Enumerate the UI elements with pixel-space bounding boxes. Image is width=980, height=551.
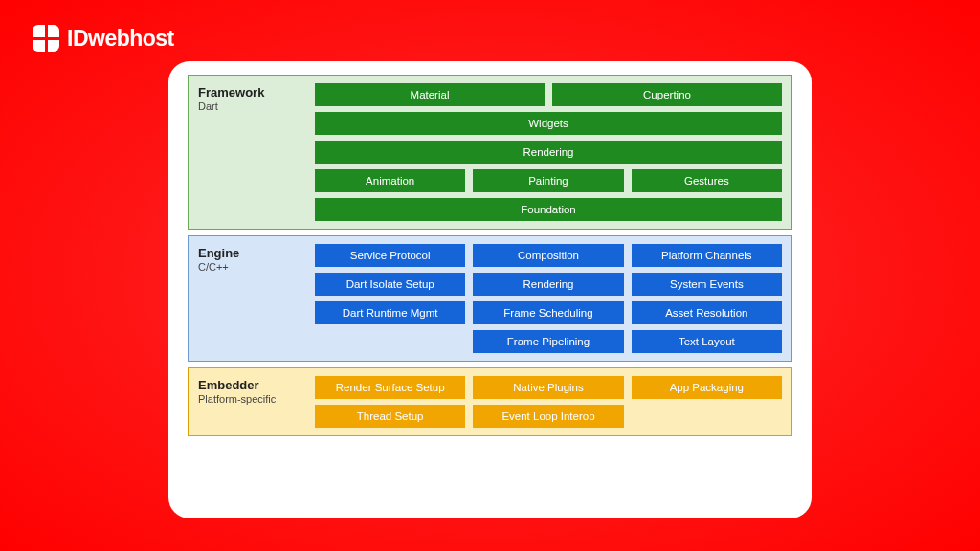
layer-framework-label: Framework Dart <box>198 83 305 221</box>
block-app-packaging: App Packaging <box>632 376 782 399</box>
block-foundation: Foundation <box>315 198 782 221</box>
block-asset-resolution: Asset Resolution <box>632 301 782 324</box>
block-text-layout: Text Layout <box>632 330 782 353</box>
layer-embedder: Embedder Platform-specific Render Surfac… <box>188 367 792 436</box>
block-rendering-fw: Rendering <box>315 141 782 164</box>
layer-engine-title: Engine <box>198 246 305 260</box>
block-material: Material <box>315 83 545 106</box>
architecture-diagram: Framework Dart Material Cupertino Widget… <box>168 61 812 518</box>
layer-framework-title: Framework <box>198 85 305 99</box>
layer-embedder-subtitle: Platform-specific <box>198 393 305 405</box>
layer-engine-subtitle: C/C++ <box>198 261 305 273</box>
block-animation: Animation <box>315 169 465 192</box>
block-native-plugins: Native Plugins <box>473 376 623 399</box>
layer-framework-subtitle: Dart <box>198 100 305 112</box>
block-gestures: Gestures <box>632 169 782 192</box>
layer-engine-label: Engine C/C++ <box>198 244 305 353</box>
brand-logo: IDwebhost <box>33 25 174 52</box>
block-frame-scheduling: Frame Scheduling <box>473 301 623 324</box>
layer-embedder-label: Embedder Platform-specific <box>198 376 305 428</box>
block-widgets: Widgets <box>315 112 782 135</box>
block-dart-runtime-mgmt: Dart Runtime Mgmt <box>315 301 465 324</box>
block-painting: Painting <box>473 169 623 192</box>
block-event-loop-interop: Event Loop Interop <box>473 405 623 428</box>
block-render-surface-setup: Render Surface Setup <box>315 376 465 399</box>
block-dart-isolate-setup: Dart Isolate Setup <box>315 273 465 296</box>
block-rendering-engine: Rendering <box>473 273 623 296</box>
block-frame-pipelining: Frame Pipelining <box>473 330 623 353</box>
logo-icon <box>33 25 59 52</box>
layer-framework: Framework Dart Material Cupertino Widget… <box>188 75 792 230</box>
layer-engine: Engine C/C++ Service Protocol Compositio… <box>188 235 792 362</box>
block-system-events: System Events <box>632 273 782 296</box>
block-thread-setup: Thread Setup <box>315 405 465 428</box>
block-cupertino: Cupertino <box>552 83 782 106</box>
block-service-protocol: Service Protocol <box>315 244 465 267</box>
block-composition: Composition <box>473 244 623 267</box>
logo-text: IDwebhost <box>67 26 174 52</box>
layer-embedder-title: Embedder <box>198 378 305 392</box>
block-platform-channels: Platform Channels <box>632 244 782 267</box>
